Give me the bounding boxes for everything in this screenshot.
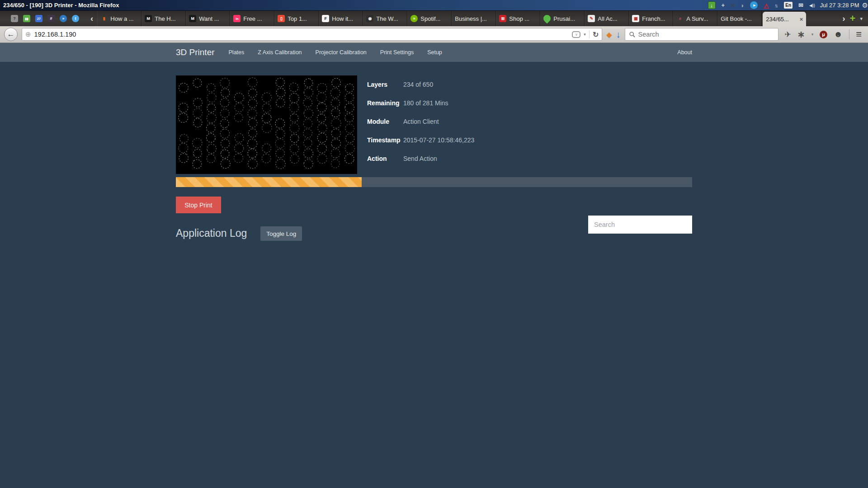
session-gear-icon[interactable]: ⚙ [862,1,868,9]
extension-caret-icon[interactable]: ▾ [811,32,814,37]
application-log-heading: Application Log [176,227,247,239]
browser-tab[interactable]: ✎All Ac... [585,11,629,26]
browser-search-bar[interactable] [625,28,778,41]
tab-list-caret-icon[interactable]: ▾ [860,16,863,22]
tab-label: Prusai... [553,15,581,22]
keyboard-layout-indicator[interactable]: En [784,2,793,9]
tab-label: Free ... [243,15,271,22]
drop-favicon [542,14,552,24]
stop-print-button[interactable]: Stop Print [176,197,221,213]
nav-link-setup[interactable]: Setup [420,49,449,56]
tab-label: How it... [332,15,359,22]
reload-icon[interactable]: ↻ [593,30,599,39]
status-label: Module [367,117,403,126]
browser-tab-strip: ?▮▮27#»t ‹ ▮How a ...MThe H...MWant ...i… [0,11,868,26]
browser-tab[interactable]: inFree ... [230,11,274,26]
browser-tab[interactable]: FHow it... [319,11,363,26]
calendar-favicon[interactable]: 27 [35,15,42,22]
log-search-input[interactable] [588,216,692,234]
browser-tab[interactable]: Business |... [452,11,496,26]
volume-icon[interactable]: ◀)) [809,1,815,9]
tab-scroll-right[interactable]: › [842,14,845,23]
smiley-extension-icon[interactable]: ☻ [834,29,843,39]
tab-scroll-left[interactable]: ‹ [86,11,97,26]
status-label: Layers [367,80,403,89]
pinned-tabs: ?▮▮27#»t [0,11,86,26]
trello-favicon[interactable]: ▮▮ [23,15,30,22]
tab-label: Business |... [455,15,492,22]
tab-label: Top 1... [288,15,315,22]
network-arrows-icon[interactable]: ↑↓ [774,1,778,9]
browser-tab[interactable]: ▦Franch... [629,11,673,26]
browser-search-input[interactable] [638,31,774,38]
browser-tab[interactable]: ⊞Shop ... [496,11,540,26]
browser-tab[interactable]: Git Book -... [717,11,762,26]
status-label: Action [367,154,403,163]
url-divider [589,30,590,38]
tab-label: Git Book -... [721,15,758,22]
browser-tab[interactable]: Prusai... [540,11,585,26]
sync-icon[interactable]: × [731,1,735,9]
back-button[interactable]: ← [4,28,18,41]
software-updater-icon[interactable]: ↓ [708,1,716,9]
tabs: ▮How a ...MThe H...MWant ...inFree ...▯T… [97,11,807,26]
tab-controls: › + ▾ [837,11,868,26]
twitter-favicon[interactable]: t [72,15,79,22]
browser-tab[interactable]: ≈Spotif... [407,11,452,26]
clock[interactable]: Jul 27 3:28 PM [820,2,859,9]
compose-favicon: ✎ [588,15,595,22]
tab-label: Franch... [642,15,670,22]
site-brand[interactable]: 3D Printer [176,47,215,57]
downloads-icon[interactable]: ↓ [616,30,621,39]
feed-favicon[interactable]: » [60,15,67,22]
screen: 234/650 - [190] 3D Printer - Mozilla Fir… [0,0,868,488]
status-row-remaining: Remaining 180 of 281 Mins [367,99,474,108]
url-dropdown-caret-icon[interactable]: ▾ [584,32,586,37]
mail-icon[interactable]: ✉ [798,1,803,9]
print-progress-bar [176,177,692,187]
telegram-icon[interactable]: ▶ [750,1,758,9]
status-value: Action Client [403,117,439,126]
browser-tab-active[interactable]: 234/65...× [763,12,806,26]
new-tab-button[interactable]: + [850,14,856,23]
url-bar[interactable]: ⊕ 192.168.1.190 ∨ ▾ ↻ [22,28,602,41]
ublock-icon[interactable]: μ [820,31,827,38]
send-tab-icon[interactable]: ✈ [785,30,791,39]
tab-close-icon[interactable]: × [800,16,803,23]
nav-link-projector-calibration[interactable]: Projector Calibration [309,49,373,56]
hash-favicon[interactable]: # [47,15,55,22]
cart-favicon: ⊞ [499,15,506,22]
browser-tab[interactable]: ◉The W... [363,11,407,26]
browser-tab[interactable]: ▮How a ... [97,11,142,26]
browser-tab[interactable]: MThe H... [142,11,186,26]
status-value: Send Action [403,154,437,163]
url-text[interactable]: 192.168.1.190 [34,31,569,38]
nav-link-about[interactable]: About [677,49,692,56]
browser-tab[interactable]: //A Surv... [673,11,717,26]
site-navbar: 3D Printer Plates Z Axis Calibration Pro… [0,43,868,62]
toggle-log-button[interactable]: Toggle Log [260,226,302,241]
print-progress-fill [176,177,362,187]
system-tray: ↓+×◗▶△↑↓En✉◀)) [708,1,815,9]
nav-link-z-axis-calibration[interactable]: Z Axis Calibration [251,49,308,56]
fox-extension-icon[interactable]: ◆ [606,30,612,39]
hamburger-menu-icon[interactable]: ≡ [856,28,862,40]
browser-tab[interactable]: ▯Top 1... [274,11,319,26]
invision-favicon: in [233,15,241,22]
slashes-favicon: // [676,15,684,22]
extension-fly-icon[interactable]: ∗ [797,29,805,40]
satellite-icon[interactable]: ◗ [741,1,744,9]
script-f-favicon: F [322,15,329,22]
pocket-icon[interactable]: ∨ [572,31,580,38]
print-status-panel: Layers 234 of 650 Remaining 180 of 281 M… [367,75,474,174]
browser-tab[interactable]: MWant ... [186,11,230,26]
spotify-favicon: ≈ [410,15,418,22]
time-tracker-icon[interactable]: + [722,1,725,9]
warning-icon[interactable]: △ [764,1,769,9]
nav-link-print-settings[interactable]: Print Settings [373,49,420,56]
chat-favicon[interactable]: ? [11,15,18,22]
phone-favicon: ▯ [278,15,285,22]
nav-link-plates[interactable]: Plates [222,49,251,56]
search-icon [629,32,635,38]
site-globe-icon: ⊕ [25,30,31,38]
